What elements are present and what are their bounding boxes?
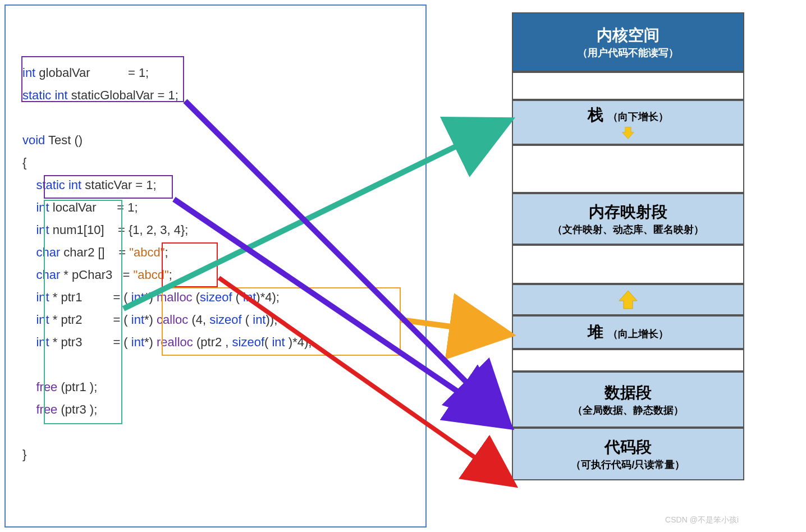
mem-heap-arrow — [512, 284, 744, 315]
mem-data: 数据段 （全局数据、静态数据） — [512, 372, 744, 428]
memory-layout-panel: 内核空间 （用户代码不能读写） 栈 （向下增长） 内存映射段 （文件映射、动态库… — [512, 12, 744, 480]
highlight-globals-box — [21, 56, 184, 102]
watermark: CSDN @不是笨小孩i — [665, 515, 739, 525]
mem-gap-1 — [512, 245, 744, 284]
highlight-literals-box — [162, 242, 218, 287]
code-line-15: } — [22, 443, 409, 466]
mem-gap-0 — [512, 72, 744, 100]
highlight-locals-box — [44, 200, 122, 424]
highlight-heap-box — [162, 287, 401, 356]
code-line-3: void Test () — [22, 129, 409, 152]
mem-code: 代码段 （可执行代码/只读常量） — [512, 428, 744, 480]
arrow-down-icon — [617, 126, 639, 140]
code-line-4: { — [22, 152, 409, 174]
mem-kernel: 内核空间 （用户代码不能读写） — [512, 12, 744, 72]
mem-stack: 栈 （向下增长） — [512, 100, 744, 145]
mem-mmap: 内存映射段 （文件映射、动态库、匿名映射） — [512, 193, 744, 245]
arrow-up-icon — [617, 288, 639, 311]
highlight-static-box — [44, 175, 173, 199]
mem-stack-grow — [512, 145, 744, 193]
mem-gap-2 — [512, 349, 744, 372]
mem-heap: 堆 （向上增长） — [512, 315, 744, 349]
